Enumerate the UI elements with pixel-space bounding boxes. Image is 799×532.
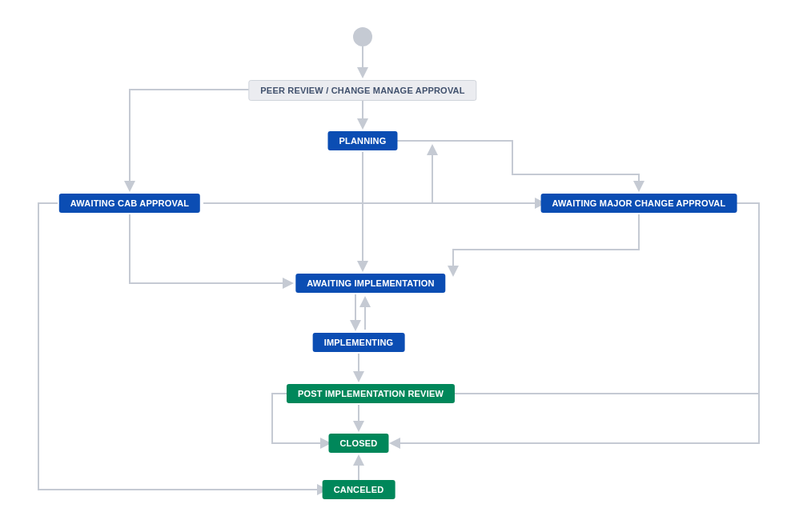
start-node	[353, 27, 372, 46]
node-label: PLANNING	[339, 136, 386, 146]
node-label: AWAITING MAJOR CHANGE APPROVAL	[552, 198, 726, 208]
node-closed[interactable]: CLOSED	[328, 434, 388, 453]
node-planning[interactable]: PLANNING	[327, 131, 397, 150]
node-post-implementation-review[interactable]: POST IMPLEMENTATION REVIEW	[287, 384, 455, 403]
node-label: PEER REVIEW / CHANGE MANAGE APPROVAL	[260, 86, 464, 95]
node-label: CANCELED	[334, 485, 384, 494]
workflow-canvas: PEER REVIEW / CHANGE MANAGE APPROVAL PLA…	[0, 0, 799, 532]
node-awaiting-implementation[interactable]: AWAITING IMPLEMENTATION	[295, 274, 445, 293]
node-label: CLOSED	[339, 438, 377, 448]
node-label: AWAITING IMPLEMENTATION	[307, 278, 434, 288]
node-peer-review[interactable]: PEER REVIEW / CHANGE MANAGE APPROVAL	[248, 80, 476, 101]
node-label: POST IMPLEMENTATION REVIEW	[298, 389, 444, 398]
node-label: IMPLEMENTING	[324, 338, 394, 347]
node-implementing[interactable]: IMPLEMENTING	[313, 333, 405, 352]
node-awaiting-major[interactable]: AWAITING MAJOR CHANGE APPROVAL	[541, 194, 737, 213]
node-label: AWAITING CAB APPROVAL	[70, 198, 189, 208]
node-canceled[interactable]: CANCELED	[323, 480, 395, 499]
node-awaiting-cab[interactable]: AWAITING CAB APPROVAL	[59, 194, 200, 213]
